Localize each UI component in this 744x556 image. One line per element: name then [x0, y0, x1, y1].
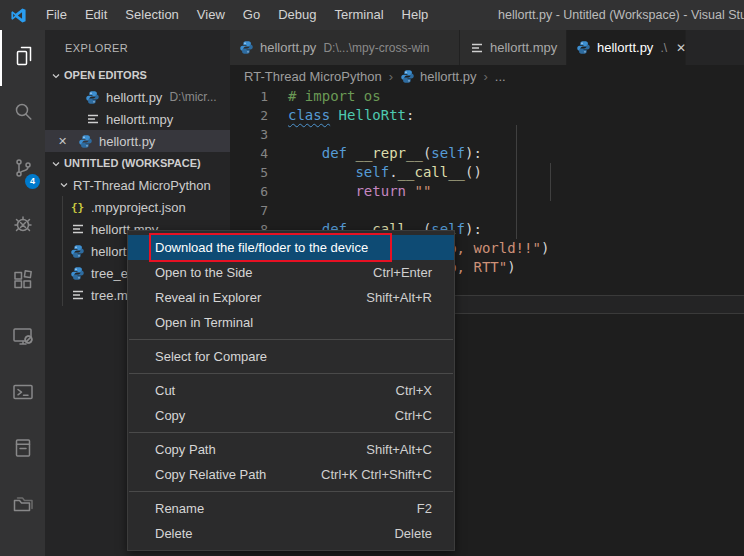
menu-edit[interactable]: Edit	[76, 0, 116, 30]
menu-go[interactable]: Go	[234, 0, 269, 30]
menu-item-open-to-the-side[interactable]: Open to the SideCtrl+Enter	[128, 260, 454, 285]
file-path: D:\micr...	[169, 90, 216, 104]
activity-item-terminal-shell[interactable]	[0, 366, 45, 422]
menu-view[interactable]: View	[188, 0, 234, 30]
activity-item-source-control[interactable]: 4	[0, 142, 45, 198]
menu-item-reveal-in-explorer[interactable]: Reveal in ExplorerShift+Alt+R	[128, 285, 454, 310]
folder-label: RT-Thread MicroPython	[73, 178, 211, 193]
file-label: tree.m	[91, 288, 128, 303]
mpy-icon	[469, 41, 484, 55]
section-label: OPEN EDITORS	[64, 69, 147, 81]
activity-item-search[interactable]	[0, 86, 45, 142]
context-menu: Download the file/floder to the deviceOp…	[127, 230, 455, 551]
file-label: .mpyproject.json	[91, 200, 186, 215]
indent-guide	[516, 125, 517, 239]
open-editors-header[interactable]: OPEN EDITORS	[45, 64, 230, 86]
files-icon	[12, 44, 36, 72]
code-line: 2class HelloRtt:	[230, 106, 744, 125]
editor-tab-hellortt.py[interactable]: hellortt.py.\✕	[567, 30, 686, 65]
menu-terminal[interactable]: Terminal	[325, 0, 392, 30]
menu-help[interactable]: Help	[393, 0, 438, 30]
menu-item-open-in-terminal[interactable]: Open in Terminal	[128, 310, 454, 335]
activity-item-folder-view[interactable]	[0, 478, 45, 534]
code-text: def __repr__(self):	[288, 144, 482, 163]
code-token: __repr__	[355, 145, 422, 161]
code-token	[330, 107, 338, 123]
menu-item-copy-path[interactable]: Copy PathShift+Alt+C	[128, 437, 454, 462]
line-number: 3	[230, 125, 268, 144]
breadcrumb-item[interactable]: hellortt.py	[420, 69, 476, 84]
code-line: 1# import os	[230, 87, 744, 106]
code-token	[288, 164, 355, 180]
menu-selection[interactable]: Selection	[116, 0, 187, 30]
open-editor-row[interactable]: ✕hellortt.py	[45, 130, 230, 152]
tree-file-row[interactable]: {}.mpyproject.json	[45, 196, 230, 218]
code-token: HelloRtt	[339, 107, 406, 123]
section-label: UNTITLED (WORKSPACE)	[64, 157, 201, 169]
menu-bar: FileEditSelectionViewGoDebugTerminalHelp	[37, 0, 437, 30]
menu-item-label: Open to the Side	[155, 265, 253, 280]
menu-item-delete[interactable]: DeleteDelete	[128, 521, 454, 546]
line-number: 1	[230, 87, 268, 106]
code-token: :	[406, 107, 414, 123]
menu-item-shortcut: Shift+Alt+C	[366, 442, 432, 457]
activity-item-extensions[interactable]	[0, 254, 45, 310]
menu-item-shortcut: Ctrl+K Ctrl+Shift+C	[321, 467, 432, 482]
line-number: 2	[230, 106, 268, 125]
activity-item-micropython-device[interactable]	[0, 310, 45, 366]
chevron-down-icon	[51, 159, 61, 169]
menu-item-shortcut: Delete	[394, 526, 432, 541]
python-icon	[78, 134, 93, 149]
open-editor-row[interactable]: hellortt.mpy	[45, 108, 230, 130]
search-icon	[11, 100, 35, 128]
indent-guide	[550, 163, 551, 201]
activity-item-notebook[interactable]	[0, 422, 45, 478]
workspace-header[interactable]: UNTITLED (WORKSPACE)	[45, 152, 230, 174]
menu-item-rename[interactable]: RenameF2	[128, 496, 454, 521]
menu-item-shortcut: Ctrl+C	[395, 408, 432, 423]
menu-item-label: Select for Compare	[155, 349, 267, 364]
editor-tab-hellortt.py[interactable]: hellortt.pyD:\...\mpy-cross-win	[230, 30, 460, 65]
activity-item-debug[interactable]	[0, 198, 45, 254]
menu-debug[interactable]: Debug	[269, 0, 325, 30]
code-token: def	[322, 145, 347, 161]
code-token: ()	[465, 164, 482, 180]
menu-item-shortcut: Ctrl+X	[396, 383, 432, 398]
title-bar: FileEditSelectionViewGoDebugTerminalHelp…	[0, 0, 744, 30]
line-number: 4	[230, 144, 268, 163]
menu-item-label: Download the file/floder to the device	[155, 240, 368, 255]
menu-item-label: Delete	[155, 526, 193, 541]
menu-item-copy-relative-path[interactable]: Copy Relative PathCtrl+K Ctrl+Shift+C	[128, 462, 454, 487]
menu-item-cut[interactable]: CutCtrl+X	[128, 378, 454, 403]
breadcrumb-item[interactable]: RT-Thread MicroPython	[244, 69, 382, 84]
menu-separator	[129, 432, 453, 433]
device-icon	[11, 324, 35, 352]
breadcrumb-item[interactable]: ...	[495, 69, 506, 84]
open-editor-row[interactable]: hellortt.pyD:\micr...	[45, 86, 230, 108]
activity-item-explorer[interactable]	[0, 30, 45, 86]
chevron-right-icon: ›	[389, 69, 393, 84]
code-token	[288, 145, 322, 161]
python-icon	[85, 90, 100, 105]
code-token: )	[507, 259, 515, 275]
code-token: # import os	[288, 88, 381, 104]
close-icon[interactable]: ✕	[676, 41, 686, 55]
code-line: 7	[230, 201, 744, 220]
menu-item-copy[interactable]: CopyCtrl+C	[128, 403, 454, 428]
menu-item-select-for-compare[interactable]: Select for Compare	[128, 344, 454, 369]
tree-folder-rt-thread-micropython[interactable]: RT-Thread MicroPython	[45, 174, 230, 196]
code-text: class HelloRtt:	[288, 106, 414, 125]
chevron-down-icon	[51, 71, 61, 81]
tab-detail: D:\...\mpy-cross-win	[323, 41, 429, 55]
menu-file[interactable]: File	[37, 0, 76, 30]
tab-label: hellortt.mpy	[490, 40, 557, 55]
activity-bar: 4	[0, 30, 45, 556]
menu-item-download-the-file-floder-to-the-device[interactable]: Download the file/floder to the device	[128, 235, 454, 260]
close-icon[interactable]: ✕	[58, 130, 67, 152]
editor-tab-hellortt.mpy[interactable]: hellortt.mpy	[460, 30, 567, 65]
code-text: # import os	[288, 87, 381, 106]
menu-item-shortcut: Ctrl+Enter	[373, 265, 432, 280]
menu-item-label: Copy Path	[155, 442, 216, 457]
menu-separator	[129, 339, 453, 340]
code-token: __call__	[398, 164, 465, 180]
